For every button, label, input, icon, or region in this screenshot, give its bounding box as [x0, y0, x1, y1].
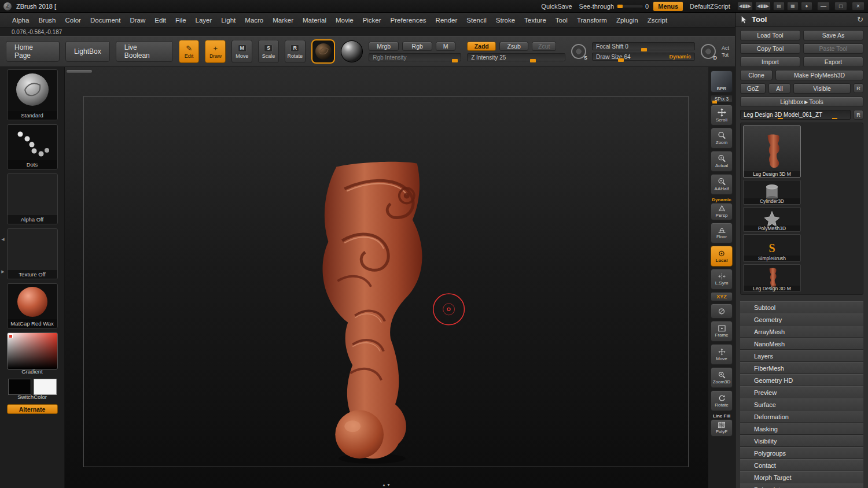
tool-section-row[interactable]: Morph Target [740, 471, 863, 483]
mrgb-button[interactable]: Mrgb [369, 42, 399, 51]
main-color-swatch[interactable] [8, 379, 31, 395]
rgb-intensity-slider[interactable]: Rgb Intensity [369, 53, 461, 61]
menu-item[interactable]: Tool [551, 15, 572, 25]
menu-item[interactable]: Movie [332, 15, 358, 25]
titlebar-widget-icon[interactable]: ▤ [773, 2, 785, 10]
tool-thumb-polymesh3d[interactable]: PolyMesh3D [743, 207, 801, 232]
menu-item[interactable]: Draw [126, 15, 149, 25]
quicksave-button[interactable]: QuickSave [539, 2, 574, 10]
lightbox-tools-button[interactable]: Lightbox►Tools [740, 97, 863, 107]
menu-item[interactable]: Stroke [492, 15, 519, 25]
titlebar-widget-icon[interactable]: ● [801, 2, 812, 10]
see-through-slider[interactable]: See-through 0 [579, 3, 649, 10]
copy-tool-button[interactable]: Copy Tool [740, 43, 800, 54]
actual-size-button[interactable]: Actual [711, 151, 733, 172]
menu-item[interactable]: Alpha [8, 15, 33, 25]
tool-thumb-simplebrush[interactable]: S SimpleBrush [743, 234, 801, 262]
current-tool-name[interactable]: Leg Design 3D Model_061_ZT [740, 110, 851, 120]
persp-button[interactable]: Persp [711, 203, 733, 220]
tool-section-row[interactable]: Deformation [740, 411, 863, 423]
zoom3d-button[interactable]: Zoom3D [711, 367, 733, 388]
switchcolor-label[interactable]: SwitchColor [17, 394, 47, 400]
current-brush-preview[interactable] [311, 39, 336, 64]
live-boolean-button[interactable]: Live Boolean [116, 41, 173, 62]
act-label[interactable]: Act [722, 45, 729, 51]
canvas-scrollbar-handle[interactable] [66, 69, 93, 73]
tool-section-row[interactable]: Geometry HD [740, 374, 863, 386]
spix-slider[interactable]: SPix 3 [711, 95, 733, 102]
see-through-handle[interactable] [617, 5, 623, 8]
menu-item[interactable]: Preferences [387, 15, 431, 25]
menu-item[interactable]: Render [432, 15, 462, 25]
tool-section-row[interactable]: Masking [740, 423, 863, 435]
goz-r-button[interactable]: R [854, 83, 863, 93]
tool-section-row[interactable]: Contact [740, 459, 863, 471]
z-intensity-handle[interactable] [530, 59, 536, 62]
paste-tool-button[interactable]: Paste Tool [803, 43, 863, 54]
tool-section-row[interactable]: NanoMesh [740, 338, 863, 350]
material-selector[interactable]: MatCap Red Wax [7, 283, 58, 328]
scale-mode-button[interactable]: S Scale [258, 40, 279, 63]
tot-label[interactable]: Tot [722, 52, 729, 58]
spix-handle[interactable] [712, 101, 717, 103]
menu-item[interactable]: Material [299, 15, 330, 25]
rgb-button[interactable]: Rgb [402, 42, 432, 51]
titlebar-widget-icon[interactable]: ◀▮▮▶ [755, 2, 771, 10]
default-zscript-button[interactable]: DefaultZScript [687, 2, 733, 10]
tool-section-row[interactable]: Subtool [740, 301, 863, 313]
tool-section-row[interactable]: ArrayMesh [740, 326, 863, 338]
left-panel-divider[interactable]: ◀ ▶ [0, 13, 6, 488]
document-nav-arrows[interactable]: ▲▼ [382, 483, 391, 487]
frame-button[interactable]: Frame [711, 321, 733, 342]
menu-item[interactable]: File [171, 15, 190, 25]
close-button[interactable]: × [852, 2, 865, 10]
z-intensity-slider[interactable]: Z Intensity 25 [467, 53, 565, 61]
menu-item[interactable]: Layer [192, 15, 216, 25]
menu-item[interactable]: Marker [269, 15, 297, 25]
scroll-button[interactable]: Scroll [711, 105, 733, 125]
make-polymesh3d-button[interactable]: Make PolyMesh3D [775, 70, 863, 80]
dynamic-persp-label[interactable]: Dynamic [712, 197, 731, 202]
export-button[interactable]: Export [803, 57, 863, 67]
texture-selector[interactable]: Texture Off [7, 228, 58, 279]
minimize-button[interactable]: — [817, 2, 830, 10]
tool-section-row[interactable]: Surface [740, 398, 863, 411]
local-symmetry-button[interactable]: L.Sym [711, 269, 733, 290]
xyz-axis-button[interactable]: XYZ [711, 292, 733, 301]
tool-section-row[interactable]: Preview [740, 386, 863, 398]
tool-section-row[interactable]: Layers [740, 350, 863, 362]
current-material-preview[interactable] [341, 40, 363, 62]
transp-button[interactable] [711, 304, 733, 319]
goz-all-button[interactable]: All [768, 83, 790, 94]
menu-item[interactable]: Zplugin [612, 15, 642, 25]
save-as-button[interactable]: Save As [803, 30, 863, 40]
see-through-track[interactable] [616, 5, 643, 8]
draw-size-slider[interactable]: Draw Size 64 Dynamic [592, 53, 695, 61]
tool-thumb-leg-small[interactable]: Leg Design 3D M [743, 264, 801, 292]
tool-section-row[interactable]: FiberMesh [740, 362, 863, 374]
goz-visible-button[interactable]: Visible [793, 83, 851, 94]
menu-item[interactable]: Zscript [643, 15, 672, 25]
menu-item[interactable]: Brush [34, 15, 60, 25]
reload-palette-icon[interactable]: ↻ [857, 15, 863, 24]
alpha-selector[interactable]: Alpha Off [7, 173, 58, 224]
local-button[interactable]: Local [711, 246, 733, 267]
titlebar-widget-icon[interactable]: ▦ [787, 2, 799, 10]
move-canvas-button[interactable]: Move [711, 344, 733, 365]
maximize-button[interactable]: □ [834, 2, 847, 10]
document-canvas[interactable]: ▲▼ [65, 67, 708, 488]
clone-button[interactable]: Clone [740, 70, 773, 80]
lightbox-button[interactable]: LightBox [65, 41, 110, 62]
menus-toggle-button[interactable]: Menus [653, 2, 683, 11]
rotate-canvas-button[interactable]: Rotate [711, 390, 733, 411]
menu-item[interactable]: Picker [359, 15, 385, 25]
zadd-button[interactable]: Zadd [467, 42, 496, 51]
move-mode-button[interactable]: M Move [231, 40, 252, 63]
menu-item[interactable]: Light [217, 15, 240, 25]
secondary-color-swatch[interactable] [34, 379, 57, 395]
import-button[interactable]: Import [740, 57, 800, 67]
edit-mode-button[interactable]: ✎ Edit [179, 40, 200, 63]
zcut-button[interactable]: Zcut [532, 42, 556, 51]
tool-thumb-current[interactable]: Leg Design 3D M [743, 125, 801, 178]
tool-name-r-button[interactable]: R [854, 110, 863, 120]
